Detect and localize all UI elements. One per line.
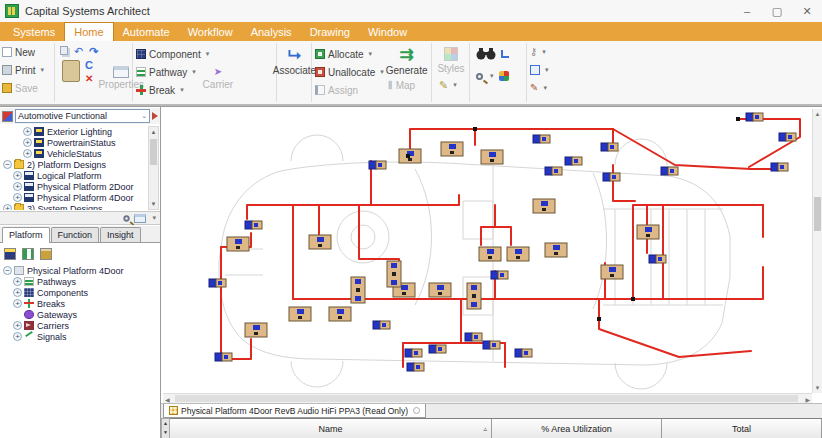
break-button[interactable]: Break▾	[134, 81, 198, 99]
harness-wire[interactable]	[481, 227, 511, 245]
harness-wire[interactable]	[599, 299, 751, 357]
highlight-icon[interactable]	[499, 71, 509, 81]
canvas-hscroll-thumb[interactable]	[175, 395, 798, 402]
connector-pair[interactable]	[601, 143, 608, 151]
carrier-button[interactable]: ➤ Carrier	[198, 63, 238, 99]
tree-expander-icon[interactable]: +	[13, 299, 22, 308]
pane-splitter-buttons[interactable]: ▲▼	[161, 418, 170, 438]
redo-icon[interactable]: ↷	[89, 46, 98, 56]
harness-wire[interactable]	[247, 205, 293, 219]
assign-button[interactable]: Assign	[313, 81, 386, 99]
associate-button[interactable]: ⮡ Associate	[278, 43, 311, 76]
measure-tool-button[interactable]: ⚷▾	[528, 43, 560, 61]
select-tool-icon[interactable]	[501, 50, 509, 58]
tree-item-3-system-designs[interactable]: +3) System Designs	[0, 203, 148, 210]
search-icon[interactable]	[476, 73, 483, 80]
print-dropdown-arrow[interactable]: ▾	[41, 66, 45, 74]
minimize-button[interactable]: –	[732, 0, 762, 22]
document-tab-close-icon[interactable]	[413, 407, 420, 414]
binoculars-icon[interactable]	[476, 47, 496, 61]
connector-pair[interactable]	[746, 113, 753, 121]
generate-button[interactable]: ⇉ Generate	[386, 43, 428, 76]
platform-item-components[interactable]: +Components	[0, 287, 148, 298]
tree-expander-icon[interactable]: +	[23, 149, 32, 158]
connector-pair[interactable]	[373, 321, 380, 329]
menu-item-workflow[interactable]: Workflow	[179, 22, 242, 41]
connector-pair[interactable]	[545, 167, 552, 175]
harness-wire[interactable]	[613, 129, 751, 169]
color-pencil-button[interactable]: ✎▾	[433, 76, 469, 94]
platform-item-signals[interactable]: +Signals	[0, 331, 148, 342]
unallocate-button[interactable]: Unallocate▾	[313, 63, 386, 81]
tree-expander-icon[interactable]: +	[13, 288, 22, 297]
tree-item-physical-platform-4door[interactable]: +Physical Platform 4Door	[0, 192, 148, 203]
connector-pair[interactable]	[405, 349, 412, 357]
tree-item-logical-platform[interactable]: +Logical Platform	[0, 170, 148, 181]
pathway-button[interactable]: Pathway▾	[134, 63, 198, 81]
tree-expander-icon[interactable]: +	[13, 277, 22, 286]
platform-item-physical-platform-4door[interactable]: −Physical Platform 4Door	[0, 265, 148, 276]
component-button[interactable]: Component▾	[134, 45, 276, 63]
scroll-up-icon[interactable]: ▲	[149, 127, 158, 137]
column-header-name[interactable]: Name▵	[170, 419, 492, 438]
platform-item-gateways[interactable]: Gateways	[0, 309, 148, 320]
scroll-down-icon[interactable]: ▼	[149, 199, 158, 209]
harness-wire[interactable]	[410, 129, 613, 157]
connector-pair[interactable]	[407, 363, 414, 371]
canvas-scroll-up-icon[interactable]: ▲	[813, 109, 822, 119]
tab-function[interactable]: Function	[51, 227, 100, 242]
tree-item-powertrainstatus[interactable]: +PowertrainStatus	[0, 137, 148, 148]
tree-expander-icon[interactable]: +	[13, 321, 22, 330]
maximize-button[interactable]: ▢	[762, 0, 792, 22]
tree-view-dropdown[interactable]: ▾	[152, 214, 156, 222]
harness-wire[interactable]	[740, 119, 800, 167]
connector-pair[interactable]	[771, 163, 778, 171]
save-button[interactable]: Save	[0, 79, 54, 97]
canvas-hscrollbar[interactable]: ◀ ▶	[163, 393, 812, 403]
connector-pair[interactable]	[779, 133, 786, 141]
tree-expander-icon[interactable]: +	[13, 171, 22, 180]
design-selector-combo[interactable]: Automotive Functional ⌄	[15, 109, 150, 123]
copy-icon[interactable]	[60, 46, 68, 55]
tree-item-physical-platform-2door[interactable]: +Physical Platform 2Door	[0, 181, 148, 192]
document-tab[interactable]: Physical Platform 4Door RevB Audio HiFi …	[163, 404, 426, 418]
tab-insight[interactable]: Insight	[100, 227, 141, 242]
connector-pair[interactable]	[465, 333, 472, 341]
styles-button[interactable]: Styles	[433, 43, 469, 74]
canvas-vscrollbar[interactable]: ▲ ▼	[812, 109, 822, 393]
draw-tool-button[interactable]: ✎▾	[528, 79, 560, 97]
tree-view-icon[interactable]	[134, 214, 146, 223]
menu-item-analysis[interactable]: Analysis	[242, 22, 301, 41]
tree-item-vehiclestatus[interactable]: +VehicleStatus	[0, 148, 148, 159]
connector-pair[interactable]	[215, 353, 222, 361]
repeat-icon[interactable]: C	[85, 60, 93, 70]
undo-icon[interactable]: ↶	[74, 46, 83, 56]
harness-wire[interactable]	[633, 205, 763, 299]
tree-expander-icon[interactable]: +	[13, 193, 22, 202]
connector-pair[interactable]	[661, 167, 668, 175]
tree-expander-icon[interactable]: +	[23, 127, 32, 136]
canvas-scroll-right-icon[interactable]: ▶	[805, 396, 810, 403]
new-button[interactable]: New	[0, 43, 54, 61]
tree-item-exterior-lighting[interactable]: +Exterior Lighting	[0, 126, 148, 137]
tree-expander-icon[interactable]: +	[13, 182, 22, 191]
scroll-thumb[interactable]	[150, 139, 157, 165]
delete-icon[interactable]: ✕	[85, 74, 93, 84]
connector-pair[interactable]	[369, 161, 376, 169]
tree-scrollbar[interactable]: ▲ ▼	[148, 126, 159, 210]
harness-wire[interactable]	[293, 195, 459, 205]
column-header-total[interactable]: Total	[662, 419, 822, 438]
frame-tool-button[interactable]: ▾	[528, 61, 560, 79]
paste-icon[interactable]	[62, 60, 80, 82]
tree-expander-icon[interactable]: +	[23, 138, 32, 147]
canvas-scroll-left-icon[interactable]: ◀	[165, 396, 170, 403]
connector-pair[interactable]	[515, 349, 522, 357]
menu-item-automate[interactable]: Automate	[114, 22, 179, 41]
column-header--area-utilization[interactable]: % Area Utilization	[492, 419, 662, 438]
design-canvas[interactable]	[163, 109, 812, 393]
platform-item-breaks[interactable]: +Breaks	[0, 298, 148, 309]
close-button[interactable]: ✕	[792, 0, 822, 22]
connector-pair[interactable]	[533, 135, 540, 143]
harness-wire[interactable]	[613, 165, 635, 201]
menu-item-drawing[interactable]: Drawing	[301, 22, 359, 41]
